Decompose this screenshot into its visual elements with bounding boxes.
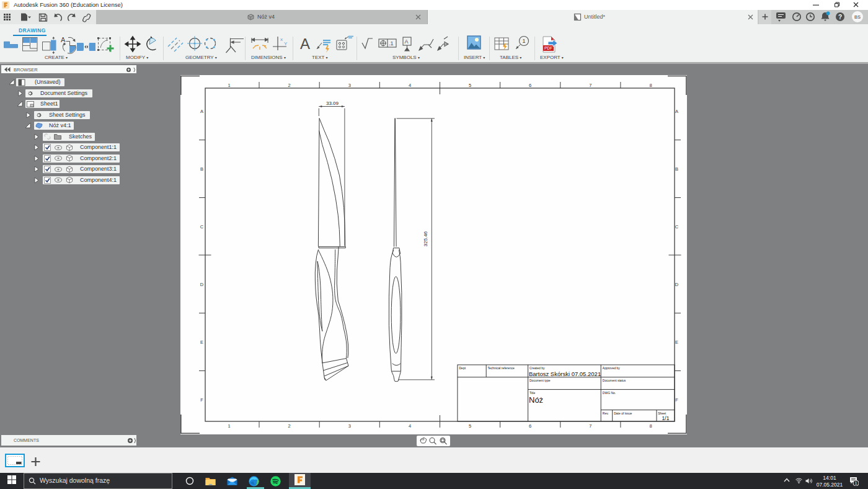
svg-text:4: 4	[409, 83, 411, 88]
svg-text:8: 8	[649, 423, 652, 429]
svg-text:Date of issue: Date of issue	[614, 411, 632, 415]
svg-text:D: D	[200, 282, 204, 287]
svg-text:5: 5	[469, 423, 471, 429]
svg-text:BS: BS	[854, 14, 861, 20]
svg-text:x: x	[280, 37, 283, 42]
svg-text:A: A	[300, 35, 310, 52]
svg-text:8: 8	[649, 83, 652, 88]
svg-text:A: A	[61, 36, 66, 43]
svg-text:Dept: Dept	[459, 366, 466, 370]
svg-text:Y: Y	[284, 41, 288, 47]
svg-text:A: A	[675, 109, 678, 114]
svg-text:D: D	[675, 282, 679, 287]
svg-text:3: 3	[348, 423, 351, 429]
svg-text:Title: Title	[529, 391, 535, 395]
svg-text:6: 6	[529, 83, 531, 88]
svg-text:1/1: 1/1	[662, 415, 670, 421]
svg-text:?: ?	[838, 14, 842, 20]
svg-text:F: F	[675, 397, 678, 403]
svg-text:1: 1	[228, 423, 231, 429]
svg-text:E: E	[200, 339, 203, 345]
svg-text:2: 2	[288, 423, 291, 429]
svg-text:A: A	[200, 109, 203, 114]
svg-text:6: 6	[529, 423, 531, 429]
svg-text:Technical reference: Technical reference	[488, 366, 515, 370]
svg-text:Created by: Created by	[529, 366, 545, 370]
svg-text:B: B	[200, 166, 203, 172]
svg-text:E: E	[675, 339, 678, 345]
svg-text:3: 3	[348, 83, 351, 88]
svg-text:2: 2	[288, 83, 291, 88]
svg-text:A: A	[405, 38, 409, 45]
svg-text:C: C	[675, 224, 679, 230]
svg-text:Rev.: Rev.	[603, 411, 609, 415]
svg-text:5: 5	[469, 83, 471, 88]
svg-text:Document status: Document status	[603, 379, 626, 382]
svg-text:325.46: 325.46	[423, 231, 428, 246]
svg-text:F: F	[200, 397, 203, 403]
svg-text:4: 4	[409, 423, 411, 429]
svg-text:Document type: Document type	[529, 379, 551, 382]
svg-text:Bartosz Skórski 07.05.2021: Bartosz Skórski 07.05.2021	[529, 370, 601, 377]
svg-text:PDF: PDF	[544, 46, 552, 50]
svg-text:Nóż: Nóż	[529, 395, 543, 405]
svg-text:33.09: 33.09	[326, 101, 339, 106]
svg-text:7: 7	[589, 83, 591, 88]
svg-text:DWG No.: DWG No.	[603, 391, 616, 395]
svg-text:1: 1	[855, 481, 857, 485]
svg-text:7: 7	[589, 423, 591, 429]
svg-text:B: B	[675, 166, 678, 172]
svg-text:C: C	[200, 224, 204, 230]
svg-text:1: 1	[522, 38, 525, 44]
svg-text:1: 1	[228, 83, 231, 88]
svg-text:Approved by: Approved by	[603, 366, 621, 370]
svg-text:.1: .1	[389, 40, 394, 47]
